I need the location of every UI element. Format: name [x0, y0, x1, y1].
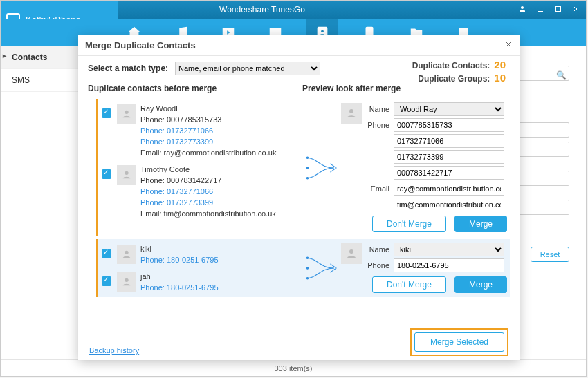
contact-line: Email: tim@commotiondistribution.co.uk: [140, 208, 276, 219]
svg-point-12: [306, 157, 308, 158]
phone-label: Phone: [367, 261, 394, 270]
name-select[interactable]: kiki: [394, 243, 504, 256]
svg-point-16: [125, 251, 128, 254]
contact-line: Phone: 180-0251-6795: [140, 282, 219, 293]
phone-input[interactable]: [394, 118, 504, 132]
avatar-icon: [117, 165, 136, 185]
maximize-icon[interactable]: [554, 5, 562, 15]
duplicate-contact: kikiPhone: 180-0251-6795: [98, 240, 305, 268]
minimize-icon[interactable]: [536, 5, 544, 15]
dup-contacts-value: 20: [494, 59, 506, 70]
dup-contacts-label: Duplicate Contacts:: [412, 61, 490, 70]
behind-field-1[interactable]: [514, 122, 569, 138]
dialog-title: Merge Duplicate Contacts: [85, 40, 196, 50]
svg-point-18: [306, 257, 308, 258]
preview: NamekikiPhoneDon't MergeMerge: [341, 240, 510, 296]
contact-line: Phone: 01732771066: [140, 125, 276, 136]
email-input[interactable]: [394, 198, 504, 211]
duplicate-contact: Ray WoodlPhone: 0007785315733Phone: 0173…: [98, 100, 305, 161]
behind-field-2[interactable]: [514, 142, 569, 157]
svg-point-7: [321, 30, 324, 32]
duplicate-contact: jahPhone: 180-0251-6795: [98, 268, 305, 296]
avatar-icon: [117, 104, 136, 124]
merge-selected-button[interactable]: Merge Selected: [414, 332, 504, 352]
name-label: Name: [367, 105, 394, 113]
section-after-label: Preview look after merge: [302, 84, 510, 93]
avatar-icon: [117, 245, 136, 264]
user-icon[interactable]: [518, 5, 526, 15]
search-input[interactable]: [514, 66, 569, 81]
avatar-icon: [341, 243, 362, 264]
svg-point-17: [125, 278, 128, 282]
contact-line: Phone: 01732773399: [140, 136, 276, 147]
svg-point-11: [125, 171, 128, 175]
reset-button[interactable]: Reset: [531, 247, 569, 262]
status-count: 303 item(s): [274, 364, 312, 372]
checkbox[interactable]: [102, 276, 111, 286]
contact-name: Ray Woodl: [140, 103, 276, 114]
preview: NameWoodl RayPhoneEmailDon't MergeMerge: [341, 100, 510, 235]
email-input[interactable]: [394, 182, 504, 196]
phone-input[interactable]: [394, 258, 504, 272]
dont-merge-button[interactable]: Don't Merge: [372, 216, 446, 232]
section-before-label: Duplicate contacts before merge: [88, 84, 302, 93]
merge-selected-highlight: Merge Selected: [410, 328, 508, 356]
duplicate-contact: Timothy CootePhone: 0007831422717Phone: …: [98, 161, 305, 222]
dup-groups-value: 10: [494, 72, 506, 84]
name-select[interactable]: Woodl Ray: [394, 102, 504, 116]
merge-button[interactable]: Merge: [454, 216, 507, 232]
group: kikiPhone: 180-0251-6795jahPhone: 180-02…: [96, 239, 510, 297]
groups-list[interactable]: Ray WoodlPhone: 0007785315733Phone: 0173…: [88, 96, 510, 331]
svg-point-19: [306, 267, 308, 269]
contact-line: Phone: 0007785315733: [140, 114, 276, 125]
svg-point-14: [306, 177, 308, 178]
svg-point-20: [306, 278, 308, 279]
behind-field-3[interactable]: [514, 171, 569, 186]
svg-point-13: [306, 167, 308, 168]
group: Ray WoodlPhone: 0007785315733Phone: 0173…: [96, 99, 510, 236]
checkbox[interactable]: [102, 249, 111, 258]
merge-dialog: Merge Duplicate Contacts Select a match …: [78, 35, 520, 360]
match-type-label: Select a match type:: [88, 64, 168, 73]
phone-input[interactable]: [394, 134, 504, 148]
contact-name: kiki: [140, 243, 219, 254]
contact-name: jah: [140, 271, 219, 282]
backup-history-link[interactable]: Backup history: [89, 346, 139, 355]
svg-rect-0: [538, 11, 543, 12]
contact-line: Email: ray@commotiondistribution.co.uk: [140, 147, 276, 158]
behind-field-4[interactable]: [514, 200, 569, 215]
svg-point-10: [125, 111, 128, 114]
svg-point-21: [349, 249, 353, 254]
name-label: Name: [367, 245, 394, 254]
contact-line: Phone: 01732773399: [140, 197, 276, 208]
phone-label: Phone: [367, 121, 394, 129]
contact-line: Phone: 01732771066: [140, 186, 276, 197]
merge-arrow-icon: [305, 100, 341, 235]
avatar-icon: [341, 103, 362, 124]
dialog-close-icon[interactable]: [504, 40, 513, 50]
close-icon[interactable]: [572, 5, 580, 15]
svg-point-15: [349, 109, 353, 113]
dup-groups-label: Duplicate Groups:: [418, 74, 490, 84]
match-type-select[interactable]: Name, email or phone matched: [175, 62, 320, 75]
dont-merge-button[interactable]: Don't Merge: [372, 276, 446, 293]
contact-line: Phone: 0007831422717: [140, 175, 276, 186]
checkbox[interactable]: [102, 169, 111, 179]
statusbar: 303 item(s): [1, 359, 586, 376]
email-label: Email: [367, 185, 394, 193]
phone-input[interactable]: [394, 166, 504, 180]
merge-button[interactable]: Merge: [454, 276, 507, 293]
avatar-icon: [117, 272, 136, 292]
phone-input[interactable]: [394, 150, 504, 164]
contact-line: Phone: 180-0251-6795: [140, 254, 219, 265]
contact-name: Timothy Coote: [140, 164, 276, 175]
svg-rect-1: [556, 6, 561, 11]
checkbox[interactable]: [102, 108, 111, 118]
merge-arrow-icon: [305, 240, 341, 296]
